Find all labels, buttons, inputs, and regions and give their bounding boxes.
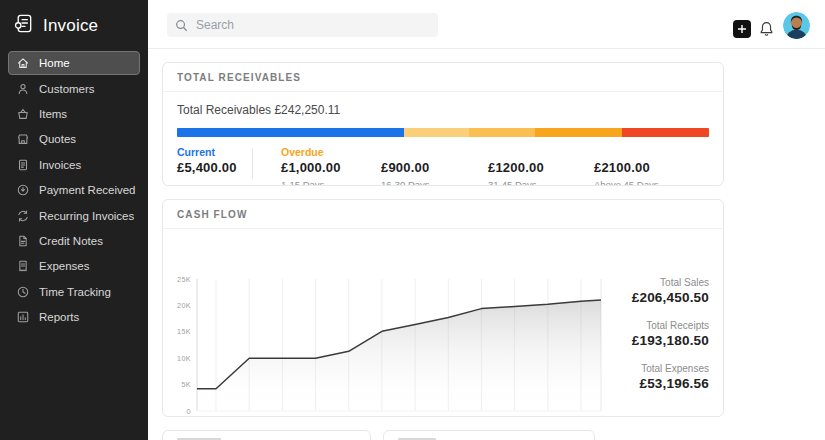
bottom-card-1	[162, 430, 371, 440]
user-avatar[interactable]	[783, 12, 810, 39]
topbar	[148, 0, 825, 49]
receivables-bar-segment-current	[177, 128, 404, 137]
receivables-aging-column-2: Overdue£1,000.001-15 Days	[281, 146, 381, 186]
receivables-breakdown: Current£5,400.00Overdue£1,000.001-15 Day…	[177, 146, 709, 186]
svg-text:5K: 5K	[181, 380, 191, 389]
receivables-aging-column-4: £1200.0031-45 Days	[488, 146, 594, 186]
cashflow-stat-total-sales: Total Sales£206,450.50	[632, 277, 709, 305]
recurring-invoices-icon	[16, 209, 30, 223]
sidebar-item-label: Payment Received	[39, 184, 136, 196]
svg-text:10K: 10K	[177, 354, 191, 363]
sidebar-item-label: Invoices	[39, 159, 81, 171]
sidebar-item-quotes[interactable]: Quotes	[8, 127, 140, 151]
aging-amount: £5,400.00	[177, 160, 281, 175]
receivables-aging-column-1: Current£5,400.00	[177, 146, 281, 186]
aging-bucket: 16-30 Days	[381, 179, 488, 186]
cash-flow-card: CASH FLOW APRMAYJUNJULAUGSEPOCTNOVDECJAN…	[162, 199, 724, 417]
svg-text:15K: 15K	[177, 327, 191, 336]
sidebar-item-home[interactable]: Home	[8, 51, 140, 75]
aging-label	[488, 146, 594, 159]
sidebar-item-label: Customers	[39, 83, 95, 95]
app-logo[interactable]: Invoice	[0, 0, 148, 47]
receivables-bar-segment-overdue-16-30	[469, 128, 535, 137]
stat-value: £193,180.50	[632, 333, 709, 348]
sidebar-item-customers[interactable]: Customers	[8, 76, 140, 100]
aging-bucket: 1-15 Days	[281, 179, 381, 186]
invoice-logo-icon	[12, 12, 35, 39]
dashboard-content: TOTAL RECEIVABLES Total Receivables £242…	[148, 49, 825, 440]
sidebar-item-items[interactable]: Items	[8, 102, 140, 126]
sidebar-item-label: Home	[39, 57, 70, 69]
notifications-bell-icon[interactable]	[758, 20, 775, 38]
column-divider	[252, 148, 253, 179]
aging-amount: £1200.00	[488, 160, 594, 175]
aging-label: Overdue	[281, 146, 381, 159]
stat-value: £206,450.50	[632, 290, 709, 305]
sidebar-item-label: Items	[39, 108, 67, 120]
receivables-bar-segment-overdue-31-45	[535, 128, 622, 137]
svg-text:25K: 25K	[177, 275, 191, 284]
cash-flow-card-header: CASH FLOW	[163, 200, 723, 229]
stat-label: Total Expenses	[632, 363, 709, 374]
sidebar-item-credit-notes[interactable]: Credit Notes	[8, 229, 140, 253]
aging-label	[594, 146, 709, 159]
search-input[interactable]	[194, 17, 430, 33]
search-icon	[175, 19, 188, 32]
credit-notes-icon	[16, 234, 30, 248]
sidebar-item-label: Credit Notes	[39, 235, 103, 247]
sidebar: Invoice HomeCustomersItemsQuotesInvoices…	[0, 0, 148, 440]
reports-icon	[16, 310, 30, 324]
sidebar-item-label: Quotes	[39, 133, 76, 145]
customers-icon	[16, 82, 30, 96]
payment-received-icon	[16, 183, 30, 197]
quotes-icon	[16, 132, 30, 146]
svg-text:0: 0	[187, 407, 191, 416]
cashflow-chart: APRMAYJUNJULAUGSEPOCTNOVDECJANFEBMAR25K2…	[175, 269, 621, 417]
sidebar-item-payment-received[interactable]: Payment Received	[8, 178, 140, 202]
sidebar-item-recurring-invoices[interactable]: Recurring Invoices	[8, 203, 140, 227]
stat-label: Total Receipts	[632, 320, 709, 331]
cashflow-totals: Total Sales£206,450.50Total Receipts£193…	[632, 277, 709, 406]
stat-label: Total Sales	[632, 277, 709, 288]
cashflow-stat-total-receipts: Total Receipts£193,180.50	[632, 320, 709, 348]
invoices-icon	[16, 158, 30, 172]
aging-amount: £900.00	[381, 160, 488, 175]
svg-text:20K: 20K	[177, 301, 191, 310]
stat-value: £53,196.56	[632, 376, 709, 391]
aging-label: Current	[177, 146, 281, 159]
items-icon	[16, 107, 30, 121]
expenses-icon	[16, 259, 30, 273]
time-tracking-icon	[16, 285, 30, 299]
search-box[interactable]	[167, 13, 438, 37]
aging-label	[381, 146, 488, 159]
sidebar-item-expenses[interactable]: Expenses	[8, 254, 140, 278]
bottom-card-2	[383, 430, 595, 440]
aging-amount: £2100.00	[594, 160, 709, 175]
receivables-aging-column-5: £2100.00Above 45 Days	[594, 146, 709, 186]
sidebar-item-label: Recurring Invoices	[39, 210, 134, 222]
aging-bucket: Above 45 Days	[594, 179, 709, 186]
receivables-aging-column-3: £900.0016-30 Days	[381, 146, 488, 186]
app-title: Invoice	[43, 16, 98, 36]
add-new-button[interactable]	[733, 20, 751, 38]
home-icon	[16, 56, 30, 70]
receivables-bar-segment-overdue-1-15	[404, 128, 469, 137]
sidebar-item-label: Reports	[39, 311, 79, 323]
cashflow-stat-total-expenses: Total Expenses£53,196.56	[632, 363, 709, 391]
receivables-aging-bar	[177, 128, 709, 137]
total-receivables-card-header: TOTAL RECEIVABLES	[163, 63, 723, 92]
sidebar-item-reports[interactable]: Reports	[8, 305, 140, 329]
aging-amount: £1,000.00	[281, 160, 381, 175]
sidebar-item-label: Expenses	[39, 260, 90, 272]
receivables-bar-segment-overdue-above-45	[622, 128, 709, 137]
sidebar-nav: HomeCustomersItemsQuotesInvoicesPayment …	[0, 51, 148, 329]
sidebar-item-time-tracking[interactable]: Time Tracking	[8, 280, 140, 304]
aging-bucket: 31-45 Days	[488, 179, 594, 186]
sidebar-item-label: Time Tracking	[39, 286, 111, 298]
total-receivables-summary: Total Receivables £242,250.11	[177, 103, 709, 117]
total-receivables-card: TOTAL RECEIVABLES Total Receivables £242…	[162, 62, 724, 186]
sidebar-item-invoices[interactable]: Invoices	[8, 153, 140, 177]
